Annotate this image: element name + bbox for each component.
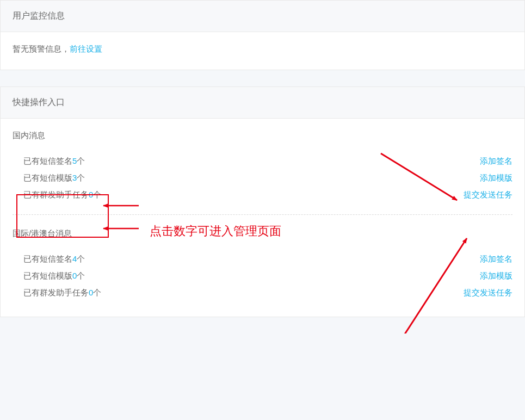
intl-signature-prefix: 已有短信签名 — [23, 254, 72, 263]
intl-template-unit: 个 — [77, 271, 85, 280]
domestic-section: 国内消息 已有短信签名5个 添加签名 已有短信模版3个 添加模版 已有群发助手任… — [13, 131, 512, 203]
add-signature-link[interactable]: 添加签名 — [480, 156, 512, 166]
intl-add-template-link[interactable]: 添加模版 — [480, 271, 512, 281]
submit-task-link[interactable]: 提交发送任务 — [464, 190, 512, 200]
intl-signature-unit: 个 — [77, 254, 85, 263]
no-alert-text: 暂无预警信息， — [13, 44, 70, 53]
intl-submit-task-link[interactable]: 提交发送任务 — [464, 288, 512, 298]
annotation-redbox — [16, 194, 109, 238]
domestic-signature-prefix: 已有短信签名 — [23, 156, 72, 165]
quick-ops-header: 快捷操作入口 — [1, 87, 524, 119]
domestic-template-prefix: 已有短信模版 — [23, 173, 72, 182]
intl-batch-unit: 个 — [93, 288, 101, 297]
add-template-link[interactable]: 添加模版 — [480, 173, 512, 183]
intl-section: 国际/港澳台消息 已有短信签名4个 添加签名 已有短信模版0个 添加模版 已有群… — [13, 228, 512, 301]
domestic-signature-row: 已有短信签名5个 添加签名 — [13, 153, 512, 170]
user-monitor-header: 用户监控信息 — [1, 1, 524, 32]
intl-add-signature-link[interactable]: 添加签名 — [480, 254, 512, 264]
domestic-section-title: 国内消息 — [13, 131, 512, 141]
annotation-hint-text: 点击数字可进入管理页面 — [150, 223, 281, 239]
goto-setup-link[interactable]: 前往设置 — [70, 44, 102, 53]
quick-ops-title: 快捷操作入口 — [13, 97, 65, 107]
user-monitor-body: 暂无预警信息，前往设置 — [1, 32, 524, 70]
domestic-template-row: 已有短信模版3个 添加模版 — [13, 170, 512, 187]
intl-batch-prefix: 已有群发助手任务 — [23, 288, 89, 297]
user-monitor-title: 用户监控信息 — [13, 11, 65, 20]
user-monitor-panel: 用户监控信息 暂无预警信息，前往设置 — [0, 0, 525, 70]
intl-template-row: 已有短信模版0个 添加模版 — [13, 268, 512, 285]
intl-template-prefix: 已有短信模版 — [23, 271, 72, 280]
intl-batch-row: 已有群发助手任务0个 提交发送任务 — [13, 285, 512, 301]
intl-signature-row: 已有短信签名4个 添加签名 — [13, 251, 512, 268]
domestic-template-unit: 个 — [77, 173, 85, 182]
domestic-signature-unit: 个 — [77, 156, 85, 165]
